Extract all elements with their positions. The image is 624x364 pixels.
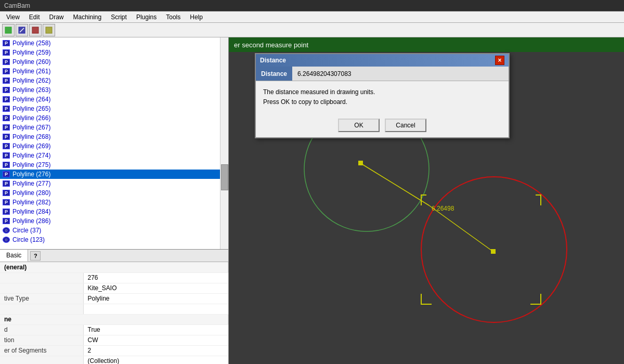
- toolbar-btn-3[interactable]: [29, 24, 42, 36]
- tree-item-16[interactable]: PPolyline (280): [0, 188, 228, 198]
- props-value-id: 276: [83, 272, 228, 283]
- props-row-primtype: tive Type Polyline: [0, 293, 228, 304]
- tree-item-label: Polyline (269): [12, 142, 50, 150]
- tree-item-10[interactable]: PPolyline (268): [0, 132, 228, 141]
- tree-area: PPolyline (258)PPolyline (259)PPolyline …: [0, 37, 228, 250]
- props-panel: Basic ? (eneral) 276 Kite_SAIO tive Type…: [0, 250, 228, 364]
- props-label-id: [0, 272, 83, 283]
- tree-list[interactable]: PPolyline (258)PPolyline (259)PPolyline …: [0, 37, 228, 249]
- dialog-buttons: OK Cancel: [256, 113, 509, 137]
- props-section-line-label: ne: [0, 314, 228, 324]
- props-row-direction: tion CW: [0, 335, 228, 345]
- tree-item-label: Polyline (258): [12, 40, 50, 47]
- props-value-direction: CW: [83, 335, 228, 345]
- tree-item-20[interactable]: ○Circle (37): [0, 226, 228, 235]
- tree-item-label: Polyline (277): [12, 180, 50, 187]
- polyline-icon: P: [2, 133, 10, 140]
- tree-item-label: Polyline (262): [12, 77, 50, 84]
- tree-item-15[interactable]: PPolyline (277): [0, 179, 228, 188]
- polyline-icon: P: [2, 142, 10, 150]
- menu-edit[interactable]: Edit: [25, 12, 44, 22]
- menu-bar: View Edit Draw Machining Script Plugins …: [0, 11, 624, 23]
- polyline-icon: P: [2, 199, 10, 206]
- tree-item-1[interactable]: PPolyline (259): [0, 48, 228, 57]
- polyline-icon: P: [2, 105, 10, 112]
- tree-item-label: Polyline (282): [12, 199, 50, 206]
- tree-item-7[interactable]: PPolyline (265): [0, 104, 228, 113]
- tab-basic[interactable]: Basic: [0, 250, 28, 262]
- polyline-icon: P: [2, 58, 10, 66]
- svg-rect-4: [46, 27, 52, 33]
- props-row-closed: d True: [0, 324, 228, 335]
- tree-item-label: Polyline (268): [12, 133, 50, 140]
- props-value-primtype: Polyline: [83, 293, 228, 304]
- tree-item-label: Polyline (267): [12, 124, 50, 131]
- tree-item-label: Polyline (261): [12, 68, 50, 75]
- tree-item-13[interactable]: PPolyline (275): [0, 160, 228, 170]
- canvas-status-text: er second measure point: [234, 41, 308, 49]
- toolbar-btn-4[interactable]: [43, 24, 55, 36]
- toolbar-btn-2[interactable]: [16, 24, 28, 36]
- dialog-body-line1: The distance measured in drawing units.: [263, 87, 501, 97]
- tree-item-2[interactable]: PPolyline (260): [0, 57, 228, 67]
- tree-item-18[interactable]: PPolyline (284): [0, 207, 228, 216]
- props-label-primtype: tive Type: [0, 293, 83, 304]
- toolbar: [0, 23, 624, 37]
- polyline-icon: P: [2, 86, 10, 94]
- tree-item-5[interactable]: PPolyline (263): [0, 85, 228, 95]
- menu-view[interactable]: View: [2, 12, 24, 22]
- tree-item-label: Polyline (286): [12, 217, 50, 225]
- menu-plugins[interactable]: Plugins: [132, 12, 161, 22]
- props-section-label: (eneral): [0, 262, 228, 272]
- tree-item-3[interactable]: PPolyline (261): [0, 67, 228, 76]
- menu-machining[interactable]: Machining: [69, 12, 106, 22]
- tree-scrollbar[interactable]: [220, 37, 228, 249]
- polyline-icon: P: [2, 49, 10, 56]
- distance-dialog: Distance × Distance 6.26498204307083 The…: [255, 53, 510, 138]
- tree-item-label: Circle (37): [12, 227, 41, 234]
- polyline-icon: P: [2, 217, 10, 225]
- canvas-area[interactable]: er second measure point: [229, 37, 624, 364]
- menu-help[interactable]: Help: [186, 12, 207, 22]
- tree-item-0[interactable]: PPolyline (258): [0, 38, 228, 48]
- tree-thumb[interactable]: [221, 164, 228, 190]
- svg-rect-8: [358, 161, 363, 165]
- tree-item-12[interactable]: PPolyline (274): [0, 151, 228, 160]
- tree-item-label: Polyline (266): [12, 114, 50, 122]
- dialog-cancel-button[interactable]: Cancel: [385, 119, 426, 132]
- circle-icon: ○: [2, 227, 10, 234]
- polyline-icon: P: [2, 124, 10, 131]
- tree-item-label: Polyline (264): [12, 96, 50, 103]
- props-value-layer: Kite_SAIO: [83, 283, 228, 293]
- dialog-ok-button[interactable]: OK: [338, 119, 380, 132]
- tree-item-6[interactable]: PPolyline (264): [0, 95, 228, 104]
- tree-item-label: Polyline (263): [12, 86, 50, 94]
- menu-script[interactable]: Script: [107, 12, 131, 22]
- props-label-collection: [0, 356, 83, 364]
- tree-item-9[interactable]: PPolyline (267): [0, 123, 228, 132]
- tree-item-label: Circle (123): [12, 236, 45, 243]
- menu-tools[interactable]: Tools: [162, 12, 185, 22]
- tree-item-label: Polyline (260): [12, 58, 50, 66]
- tree-item-14[interactable]: PPolyline (276): [0, 170, 228, 179]
- props-value-collection: (Collection): [83, 356, 228, 364]
- tree-item-11[interactable]: PPolyline (269): [0, 141, 228, 151]
- props-row-layer: Kite_SAIO: [0, 283, 228, 293]
- dialog-title: Distance: [260, 57, 286, 64]
- toolbar-btn-1[interactable]: [2, 24, 15, 36]
- tree-item-label: Polyline (274): [12, 152, 50, 159]
- svg-text:6.26498: 6.26498: [432, 205, 454, 212]
- tree-item-4[interactable]: PPolyline (262): [0, 76, 228, 85]
- help-button[interactable]: ?: [30, 251, 41, 261]
- tree-item-label: Polyline (275): [12, 161, 50, 168]
- polyline-icon: P: [2, 208, 10, 215]
- props-row-collection: (Collection): [0, 356, 228, 364]
- polyline-icon: P: [2, 77, 10, 84]
- polyline-icon: P: [2, 68, 10, 75]
- tree-item-8[interactable]: PPolyline (266): [0, 113, 228, 123]
- tree-item-21[interactable]: ○Circle (123): [0, 235, 228, 244]
- tree-item-17[interactable]: PPolyline (282): [0, 198, 228, 207]
- tree-item-19[interactable]: PPolyline (286): [0, 216, 228, 226]
- dialog-close-button[interactable]: ×: [495, 56, 504, 65]
- menu-draw[interactable]: Draw: [45, 12, 68, 22]
